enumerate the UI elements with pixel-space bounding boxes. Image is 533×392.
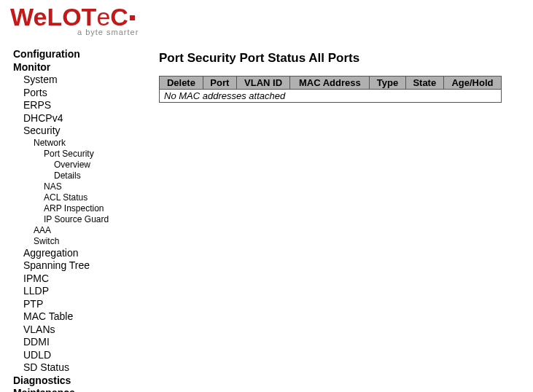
nav-erps[interactable]: ERPS	[23, 99, 159, 112]
nav-diagnostics[interactable]: Diagnostics	[13, 375, 159, 388]
port-security-table: Delete Port VLAN ID MAC Address Type Sta…	[159, 76, 502, 103]
nav-ptp[interactable]: PTP	[23, 298, 159, 311]
main-content: Port Security Port Status All Ports Dele…	[159, 48, 533, 103]
body: Configuration Monitor System Ports ERPS …	[0, 38, 533, 392]
nav-aggregation[interactable]: Aggregation	[23, 247, 159, 260]
nav-overview[interactable]: Overview	[54, 160, 159, 170]
logo: WeLOTeC	[10, 4, 526, 29]
nav-monitor[interactable]: Monitor	[13, 61, 159, 74]
nav-arp-inspection[interactable]: ARP Inspection	[44, 203, 159, 214]
nav-mac-table[interactable]: MAC Table	[23, 310, 159, 324]
table-header-row: Delete Port VLAN ID MAC Address Type Sta…	[160, 77, 502, 90]
col-type: Type	[370, 77, 406, 90]
nav-port-security[interactable]: Port Security	[44, 149, 159, 160]
nav-configuration[interactable]: Configuration	[13, 48, 159, 61]
nav-acl-status[interactable]: ACL Status	[44, 192, 159, 203]
page-title: Port Security Port Status All Ports	[159, 51, 518, 66]
nav-aaa[interactable]: AAA	[34, 225, 159, 236]
nav-dhcpv4[interactable]: DHCPv4	[23, 112, 159, 125]
col-delete: Delete	[160, 77, 203, 90]
nav-nas[interactable]: NAS	[44, 181, 159, 192]
nav-details[interactable]: Details	[54, 170, 159, 181]
nav-ddmi[interactable]: DDMI	[23, 336, 159, 349]
table-empty-row: No MAC addresses attached	[160, 90, 502, 103]
nav-udld[interactable]: UDLD	[23, 349, 159, 362]
nav-vlans[interactable]: VLANs	[23, 324, 159, 337]
nav-network[interactable]: Network	[34, 138, 159, 149]
empty-message: No MAC addresses attached	[160, 90, 502, 103]
nav-sd-status[interactable]: SD Status	[23, 361, 159, 375]
logo-dot-icon	[130, 15, 135, 20]
nav-security[interactable]: Security	[23, 125, 159, 138]
nav-lldp[interactable]: LLDP	[23, 285, 159, 298]
col-port: Port	[203, 77, 236, 90]
col-mac: MAC Address	[290, 77, 370, 90]
nav-spanning-tree[interactable]: Spanning Tree	[23, 259, 159, 273]
nav-ports[interactable]: Ports	[23, 87, 159, 100]
nav-ipmc[interactable]: IPMC	[23, 273, 159, 286]
col-vlan-id: VLAN ID	[236, 77, 290, 90]
col-state: State	[405, 77, 443, 90]
logo-tagline: a byte smarter	[77, 28, 526, 36]
sidebar-nav: Configuration Monitor System Ports ERPS …	[0, 48, 159, 392]
header: WeLOTeC a byte smarter	[0, 0, 533, 38]
nav-system[interactable]: System	[23, 74, 159, 87]
nav-switch[interactable]: Switch	[34, 236, 159, 247]
nav-ip-source-guard[interactable]: IP Source Guard	[44, 214, 159, 225]
nav-maintenance[interactable]: Maintenance	[13, 387, 159, 392]
col-age-hold: Age/Hold	[443, 77, 501, 90]
